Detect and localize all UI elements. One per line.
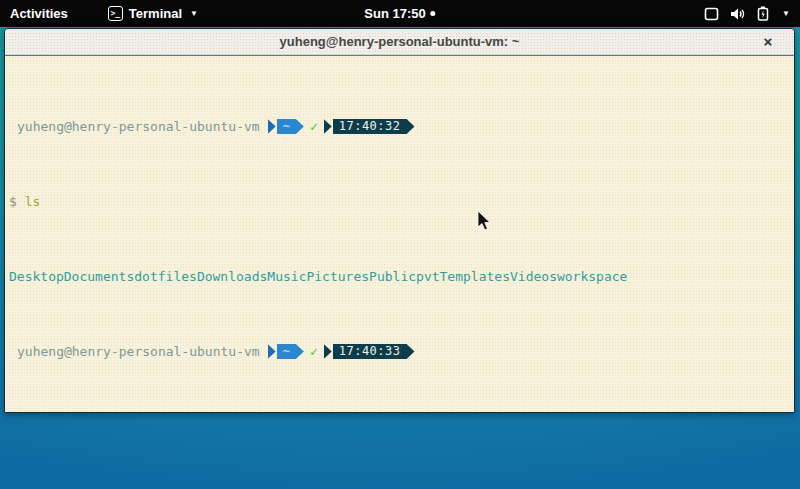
activities-button[interactable]: Activities [10,6,68,21]
powerline-time-segment: 17:40:32 [324,119,415,134]
powerline-arrow-icon [296,344,304,359]
typed-command: ls [25,194,41,209]
dir-entry: dotfiles [134,269,197,284]
prompt-symbol: $ [7,194,17,209]
command-line: $ ls [7,194,792,209]
notification-dot [431,11,436,16]
clock[interactable]: Sun 17:50 [364,6,435,21]
dir-entry: Pictures [306,269,369,284]
window-title: yuheng@henry-personal-ubuntu-vm: ~ [280,34,520,49]
prompt-cwd: ~ [277,119,296,134]
powerline-cwd-segment: ~ [268,344,304,359]
powerline-arrow-icon [324,344,332,359]
top-bar: Activities >_ Terminal ▼ Sun 17:50 ▼ [0,0,800,27]
system-tray[interactable]: ▼ [704,6,790,21]
dir-entry: Videos [510,269,557,284]
prompt-line-1: yuheng@henry-personal-ubuntu-vm ~ ✓ 17:4… [7,119,792,134]
powerline-arrow-icon [407,344,415,359]
ls-output: Desktop Documents dotfiles Downloads Mus… [7,269,792,284]
powerline-arrow-icon [407,119,415,134]
powerline-cwd-segment: ~ [268,119,304,134]
chevron-down-icon: ▼ [782,9,790,18]
prompt-user: yuheng@henry-personal-ubuntu-vm [17,119,260,134]
dir-entry: Desktop [9,269,64,284]
prompt-cwd: ~ [277,344,296,359]
status-check-icon: ✓ [310,344,318,359]
powerline-arrow-icon [324,119,332,134]
battery-charging-icon [757,6,769,21]
dir-entry: Public [369,269,416,284]
dir-entry: workspace [557,269,627,284]
prompt-user: yuheng@henry-personal-ubuntu-vm [17,344,260,359]
dir-entry: Templates [440,269,510,284]
dir-entry: Documents [64,269,134,284]
close-button[interactable]: × [758,29,778,55]
dir-entry: pvt [416,269,439,284]
prompt-time: 17:40:33 [333,344,407,359]
terminal-window: yuheng@henry-personal-ubuntu-vm: ~ × yuh… [4,28,795,413]
volume-icon [730,7,746,21]
mouse-cursor-icon [477,210,492,231]
screen-icon [704,7,719,21]
chevron-down-icon: ▼ [190,9,198,18]
powerline-time-segment: 17:40:33 [324,344,415,359]
prompt-time: 17:40:32 [333,119,407,134]
status-check-icon: ✓ [310,119,318,134]
terminal-content[interactable]: yuheng@henry-personal-ubuntu-vm ~ ✓ 17:4… [5,56,794,412]
app-menu-label: Terminal [129,6,182,21]
powerline-arrow-icon [268,119,276,134]
terminal-icon: >_ [108,6,123,21]
powerline-arrow-icon [268,344,276,359]
dir-entry: Music [267,269,306,284]
dir-entry: Downloads [197,269,267,284]
prompt-line-2: yuheng@henry-personal-ubuntu-vm ~ ✓ 17:4… [7,344,792,359]
window-titlebar[interactable]: yuheng@henry-personal-ubuntu-vm: ~ × [5,29,794,55]
app-menu-terminal[interactable]: >_ Terminal ▼ [108,6,198,21]
powerline-arrow-icon [296,119,304,134]
clock-label: Sun 17:50 [364,6,425,21]
